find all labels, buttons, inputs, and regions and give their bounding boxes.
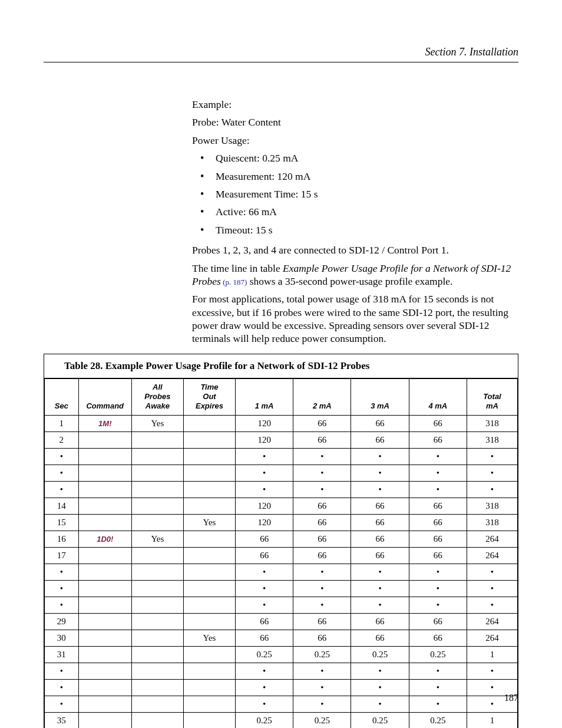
table-cell: 66 [351, 431, 409, 448]
table-cell [78, 597, 131, 613]
table-cell: • [351, 597, 409, 613]
table-cell: 1 [45, 415, 79, 431]
table-28: Table 28. Example Power Usage Profile fo… [44, 354, 518, 728]
table-cell: • [236, 564, 293, 580]
table-cell: 0.25 [236, 646, 293, 663]
table-cell: • [467, 580, 517, 597]
table-cell: 66 [293, 514, 351, 531]
table-cell: 66 [409, 630, 467, 646]
example-label: Example: [192, 98, 515, 111]
table-cell: • [351, 679, 409, 696]
table-cell: • [293, 564, 351, 580]
table-cell: 66 [409, 547, 467, 564]
table-cell: • [467, 465, 517, 481]
table-cell [131, 448, 183, 465]
table-row: 14120666666318 [45, 498, 518, 514]
table-cell [78, 498, 131, 514]
table-cell: • [236, 679, 293, 696]
table-cell [183, 498, 235, 514]
table-cell: 318 [467, 415, 517, 431]
table-cell: • [467, 597, 517, 613]
table-cell [183, 580, 235, 597]
page-reference-link[interactable]: (p. 187) [221, 278, 247, 286]
table-cell: 66 [293, 630, 351, 646]
table-row: 350.250.250.250.251 [45, 712, 518, 728]
table-cell [131, 564, 183, 580]
header-section-title: Section 7. Installation [44, 46, 518, 58]
th-command: Command [78, 378, 131, 415]
table-cell: • [45, 580, 79, 597]
table-cell: 66 [351, 531, 409, 547]
th-timeout-expires: TimeOutExpires [183, 378, 235, 415]
table-cell: 120 [236, 498, 293, 514]
table-cell [183, 679, 235, 696]
table-cell: 35 [45, 712, 79, 728]
table-cell: • [409, 481, 467, 498]
table-cell: • [409, 696, 467, 712]
page-header: Section 7. Installation [44, 46, 518, 62]
power-usage-label: Power Usage: [192, 134, 515, 147]
table-cell [78, 564, 131, 580]
table-cell: • [236, 481, 293, 498]
table-cell: 1D0! [78, 531, 131, 547]
table-cell [183, 431, 235, 448]
probe-line: Probe: Water Content [192, 116, 515, 129]
table-row: •••••• [45, 448, 518, 465]
table-cell: Yes [131, 415, 183, 431]
table-cell [78, 712, 131, 728]
table-cell: 264 [467, 630, 517, 646]
table-header-row: Sec Command AllProbesAwake TimeOutExpire… [45, 378, 518, 415]
list-item: Measurement: 120 mA [192, 170, 515, 183]
table-cell [131, 514, 183, 531]
table-cell: 31 [45, 646, 79, 663]
table-cell: 66 [293, 547, 351, 564]
excessive-power-paragraph: For most applications, total power usage… [192, 292, 515, 345]
table-cell [131, 580, 183, 597]
table-cell: 66 [409, 415, 467, 431]
table-cell: Yes [183, 514, 235, 531]
table-cell: 66 [293, 415, 351, 431]
table-cell [183, 481, 235, 498]
table-cell: • [236, 663, 293, 679]
table-cell: • [45, 663, 79, 679]
table-cell [183, 415, 235, 431]
th-total: TotalmA [467, 378, 517, 415]
table-cell: 14 [45, 498, 79, 514]
table-cell [131, 613, 183, 630]
text: shows a 35-second power-usage profile ex… [247, 275, 452, 287]
table-cell: 0.25 [409, 646, 467, 663]
table-cell: 0.25 [351, 712, 409, 728]
table-cell: 120 [236, 431, 293, 448]
table-cell: 1M! [78, 415, 131, 431]
table-cell [183, 564, 235, 580]
table-row: •••••• [45, 465, 518, 481]
table-cell: 1 [467, 646, 517, 663]
text: The time line in table [192, 262, 283, 274]
list-item: Measurement Time: 15 s [192, 187, 515, 200]
table-cell: 66 [409, 613, 467, 630]
table-cell: • [293, 481, 351, 498]
table-cell: • [45, 679, 79, 696]
table-cell: • [409, 663, 467, 679]
table-cell: 66 [351, 630, 409, 646]
table-cell: 2 [45, 431, 79, 448]
table-cell [183, 613, 235, 630]
th-all-probes-awake: AllProbesAwake [131, 378, 183, 415]
table-cell: 66 [236, 547, 293, 564]
table-row: 2120666666318 [45, 431, 518, 448]
table-row: •••••• [45, 597, 518, 613]
list-item: Active: 66 mA [192, 205, 515, 218]
table-cell: 318 [467, 514, 517, 531]
table-cell [131, 679, 183, 696]
table-cell: • [293, 679, 351, 696]
table-cell [78, 448, 131, 465]
table-cell: • [467, 481, 517, 498]
table-cell [183, 531, 235, 547]
table-cell: • [293, 696, 351, 712]
table-row: •••••• [45, 580, 518, 597]
table-cell: 264 [467, 547, 517, 564]
table-cell [131, 597, 183, 613]
table-cell: • [409, 465, 467, 481]
table-cell: 0.25 [351, 646, 409, 663]
table-cell: • [351, 663, 409, 679]
